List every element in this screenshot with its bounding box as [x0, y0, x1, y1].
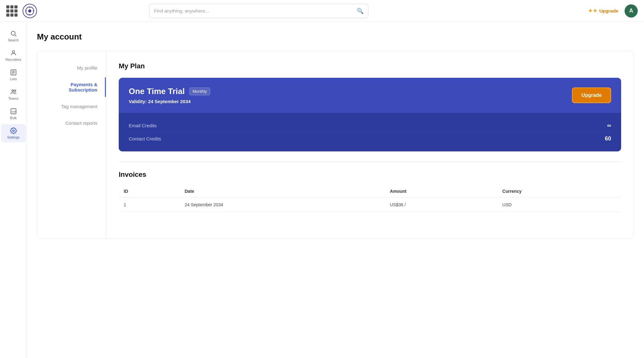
- grid-menu-icon[interactable]: [6, 5, 18, 17]
- plan-name: One Time Trial: [129, 87, 185, 96]
- sidebar-label-search: Search: [8, 38, 19, 42]
- invoices-table: ID Date Amount Currency 1 24 September 2…: [119, 185, 621, 212]
- svg-point-13: [12, 90, 13, 92]
- nav-payments-subscription[interactable]: Payments & Subscription: [37, 77, 106, 97]
- plan-details: One Time Trial Monthly Validity: 24 Sept…: [129, 87, 210, 104]
- sidebar-item-teams[interactable]: Teams: [1, 85, 26, 103]
- main-content: My account My profile Payments & Subscri…: [27, 22, 644, 358]
- nav-my-profile[interactable]: My profile: [37, 61, 106, 75]
- page-title: My account: [37, 32, 634, 42]
- settings-icon: [10, 127, 17, 134]
- section-divider: [119, 161, 621, 162]
- page-wrapper: My account My profile Payments & Subscri…: [27, 22, 644, 358]
- app-logo[interactable]: [23, 4, 37, 18]
- email-credits-value: ∞: [607, 122, 611, 129]
- col-date: Date: [180, 185, 385, 198]
- col-amount: Amount: [385, 185, 497, 198]
- contact-credits-label: Contact Credits: [129, 136, 161, 141]
- search-icon: [10, 30, 17, 37]
- plan-name-row: One Time Trial Monthly: [129, 87, 210, 96]
- sidebar-item-lists[interactable]: Lists: [1, 66, 26, 84]
- email-credits-row: Email Credits ∞: [129, 119, 611, 132]
- bulk-icon: CSV: [10, 108, 17, 115]
- plan-validity: Validity: 24 September 2034: [129, 99, 210, 104]
- invoices-header-row: ID Date Amount Currency: [119, 185, 621, 198]
- topbar-right: ✦✦ Upgrade A: [588, 4, 638, 18]
- sidebar-item-search[interactable]: Search: [1, 27, 26, 45]
- invoice-date: 24 September 2034: [180, 198, 385, 212]
- invoices-title: Invoices: [119, 171, 621, 179]
- sidebar-label-lists: Lists: [10, 77, 17, 81]
- sidebar-item-settings[interactable]: Settings: [1, 124, 26, 142]
- col-currency: Currency: [497, 185, 621, 198]
- teams-icon: [10, 88, 17, 95]
- invoice-currency: USD: [497, 198, 621, 212]
- invoices-table-body: 1 24 September 2034 US$36 / USD: [119, 198, 621, 212]
- sidebar-label-settings: Settings: [7, 135, 20, 139]
- invoices-table-head: ID Date Amount Currency: [119, 185, 621, 198]
- plan-upgrade-button[interactable]: Upgrade: [572, 87, 611, 103]
- contact-credits-row: Contact Credits 60: [129, 132, 611, 145]
- sidebar-label-teams: Teams: [8, 97, 18, 100]
- svg-point-6: [11, 31, 15, 35]
- search-icon: 🔍: [357, 8, 364, 14]
- sidebar-item-bulk[interactable]: CSV Bulk: [1, 105, 26, 123]
- stars-icon: ✦✦: [588, 8, 597, 14]
- sidebar: Search Recruiters Lists Teams CSV Bulk: [0, 22, 27, 358]
- global-search-bar[interactable]: 🔍: [149, 4, 368, 18]
- recruiters-icon: [10, 50, 17, 56]
- sidebar-label-bulk: Bulk: [10, 116, 17, 120]
- account-card: My profile Payments & Subscription Tag m…: [37, 50, 634, 239]
- plan-section-title: My Plan: [119, 62, 621, 70]
- invoice-id: 1: [119, 198, 180, 212]
- invoice-row: 1 24 September 2034 US$36 / USD: [119, 198, 621, 212]
- avatar[interactable]: A: [625, 4, 638, 18]
- invoice-amount: US$36 /: [385, 198, 497, 212]
- plan-card-bottom: Email Credits ∞ Contact Credits 60: [119, 113, 621, 151]
- topbar: 🔍 ✦✦ Upgrade A: [0, 0, 644, 22]
- upgrade-button[interactable]: ✦✦ Upgrade: [588, 8, 618, 14]
- contact-credits-value: 60: [605, 135, 611, 142]
- svg-line-7: [15, 35, 16, 36]
- plan-card-top: One Time Trial Monthly Validity: 24 Sept…: [119, 78, 621, 113]
- svg-point-17: [13, 130, 14, 132]
- search-input[interactable]: [154, 8, 357, 13]
- svg-point-1: [28, 9, 31, 13]
- plan-card: One Time Trial Monthly Validity: 24 Sept…: [119, 78, 621, 151]
- sidebar-item-recruiters[interactable]: Recruiters: [1, 46, 26, 65]
- plan-badge: Monthly: [189, 87, 210, 95]
- nav-contact-reports[interactable]: Contact reports: [37, 116, 106, 130]
- lists-icon: [10, 69, 17, 76]
- svg-point-8: [12, 51, 14, 53]
- account-nav: My profile Payments & Subscription Tag m…: [37, 51, 106, 238]
- sidebar-label-recruiters: Recruiters: [5, 58, 21, 61]
- email-credits-label: Email Credits: [129, 123, 157, 128]
- payments-content: My Plan One Time Trial Monthly Validity:…: [106, 51, 634, 238]
- svg-text:CSV: CSV: [12, 110, 16, 113]
- nav-tag-management[interactable]: Tag management: [37, 99, 106, 113]
- col-id: ID: [119, 185, 180, 198]
- svg-point-14: [14, 90, 16, 92]
